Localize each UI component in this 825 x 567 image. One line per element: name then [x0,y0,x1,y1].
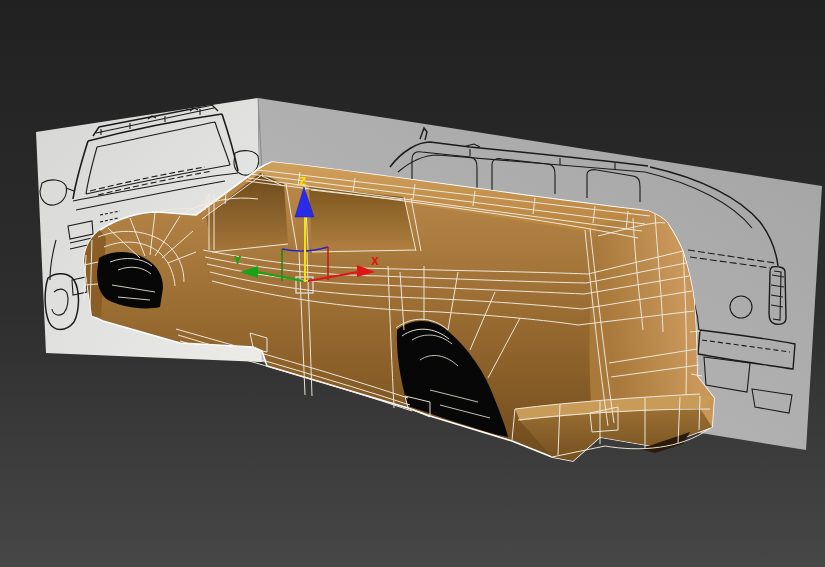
rear-window-opening [309,187,416,252]
gizmo-x-label: X [371,256,379,267]
gizmo-z-label: Z [299,176,306,187]
gizmo-y-label: Y [233,255,242,266]
scene-canvas[interactable]: Z X Y [0,0,825,567]
viewport[interactable]: Z X Y [0,0,825,567]
